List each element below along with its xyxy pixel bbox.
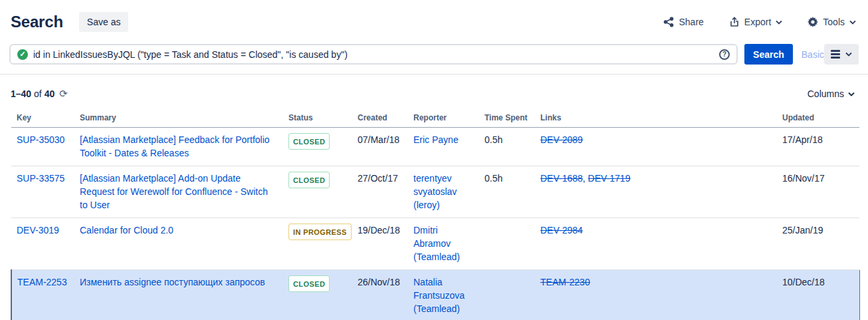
- time-spent-value: 0.5h: [485, 134, 502, 145]
- basic-mode-link[interactable]: Basic: [802, 49, 824, 60]
- linked-issue-link[interactable]: DEV-1688: [540, 173, 583, 184]
- summary-cell: Изменить assignee поступающих запросов: [74, 270, 283, 320]
- created-cell: 07/Mar/18: [352, 128, 408, 166]
- export-icon: [729, 17, 740, 27]
- linked-issue-link[interactable]: DEV-1719: [588, 173, 631, 184]
- gear-icon: [808, 17, 818, 27]
- reporter-link[interactable]: Eric Payne: [413, 134, 459, 145]
- linked-issue-link[interactable]: DEV-2984: [540, 225, 583, 236]
- issue-key-link[interactable]: DEV-3019: [17, 225, 59, 236]
- updated-cell: 17/Apr/18: [777, 128, 859, 166]
- status-badge: CLOSED: [288, 172, 330, 188]
- search-button[interactable]: Search: [744, 44, 793, 65]
- results-bar: 1–40 of 40 ⟳ Columns: [0, 75, 868, 109]
- created-date: 07/Mar/18: [358, 134, 399, 145]
- status-badge: CLOSED: [288, 275, 330, 292]
- status-cell: CLOSED: [283, 166, 352, 218]
- column-header-created[interactable]: Created: [352, 109, 408, 128]
- column-header-time-spent[interactable]: Time Spent: [479, 109, 535, 128]
- export-button[interactable]: Export: [729, 17, 782, 27]
- time-spent-cell: 0.5h: [479, 166, 535, 218]
- refresh-icon[interactable]: ⟳: [59, 88, 68, 100]
- reporter-cell: terentyev svyatoslav (leroy): [408, 166, 479, 218]
- reporter-cell: Dmitri Abramov (Teamlead): [408, 218, 479, 270]
- created-cell: 26/Nov/18: [352, 270, 408, 320]
- updated-date: 17/Apr/18: [782, 134, 823, 145]
- reporter-link[interactable]: Natalia Frantsuzova (Teamlead): [413, 277, 465, 314]
- summary-link[interactable]: Изменить assignee поступающих запросов: [80, 277, 265, 287]
- hamburger-icon: [831, 50, 840, 59]
- summary-link[interactable]: [Atlassian Marketplace] Feedback for Por…: [80, 134, 270, 158]
- results-of-label: of: [31, 88, 44, 99]
- created-cell: 19/Dec/18: [352, 218, 408, 270]
- summary-link[interactable]: Calendar for Cloud 2.0: [80, 225, 173, 236]
- status-cell: IN PROGRESS: [283, 218, 352, 270]
- table-row[interactable]: TEAM-2253Изменить assignee поступающих з…: [11, 270, 859, 320]
- tools-button[interactable]: Tools: [808, 17, 856, 27]
- issue-key-link[interactable]: TEAM-2253: [17, 277, 67, 287]
- created-cell: 27/Oct/17: [352, 166, 408, 218]
- column-header-updated[interactable]: Updated: [777, 109, 859, 128]
- links-cell: TEAM-2230: [535, 270, 777, 320]
- header-actions: Share Export Tools: [663, 17, 857, 27]
- links-cell: DEV-2984: [535, 218, 777, 270]
- linked-issue-link[interactable]: TEAM-2230: [540, 277, 590, 287]
- reporter-link[interactable]: Dmitri Abramov (Teamlead): [413, 225, 460, 262]
- created-date: 26/Nov/18: [358, 277, 400, 287]
- columns-label: Columns: [808, 88, 844, 99]
- updated-cell: 10/Dec/18: [777, 270, 859, 320]
- results-total: 40: [45, 88, 55, 99]
- question-circle-icon[interactable]: ?: [719, 49, 730, 60]
- updated-cell: 16/Nov/17: [777, 166, 859, 218]
- updated-date: 25/Jan/19: [782, 225, 823, 236]
- reporter-cell: Eric Payne: [408, 128, 479, 166]
- linked-issue-link[interactable]: DEV-2089: [540, 134, 583, 145]
- check-circle-icon: ✓: [17, 49, 28, 60]
- created-date: 27/Oct/17: [358, 173, 398, 184]
- column-header-key[interactable]: Key: [11, 109, 74, 128]
- jql-query-input[interactable]: [33, 49, 719, 60]
- jql-query-box[interactable]: ✓ ?: [9, 44, 738, 65]
- tools-label: Tools: [823, 17, 845, 27]
- share-button[interactable]: Share: [663, 17, 703, 27]
- status-cell: CLOSED: [283, 128, 352, 166]
- updated-date: 16/Nov/17: [782, 173, 825, 184]
- issue-key-link[interactable]: SUP-33575: [17, 173, 64, 184]
- issue-key-link[interactable]: SUP-35030: [17, 134, 64, 145]
- column-header-summary[interactable]: Summary: [74, 109, 283, 128]
- table-header-row: KeySummaryStatusCreatedReporterTime Spen…: [11, 109, 859, 128]
- links-cell: DEV-1688, DEV-1719: [535, 166, 777, 218]
- results-count: 1–40 of 40: [11, 88, 54, 99]
- links-cell: DEV-2089: [535, 128, 777, 166]
- chevron-down-icon: [845, 52, 852, 57]
- view-switcher-button[interactable]: [824, 44, 859, 65]
- column-header-status[interactable]: Status: [283, 109, 352, 128]
- updated-date: 10/Dec/18: [782, 277, 825, 287]
- search-toolbar: ✓ ? Search Basic: [0, 39, 868, 74]
- summary-link[interactable]: [Atlassian Marketplace] Add-on Update Re…: [80, 173, 268, 210]
- page-header: Search Save as Share Export Tools: [0, 0, 868, 39]
- time-spent-cell: 0.5h: [479, 128, 535, 166]
- status-badge: IN PROGRESS: [288, 224, 352, 240]
- chevron-down-icon: [849, 20, 856, 25]
- table-row[interactable]: SUP-35030[Atlassian Marketplace] Feedbac…: [11, 128, 859, 166]
- key-cell: SUP-33575: [11, 166, 74, 218]
- issue-table: KeySummaryStatusCreatedReporterTime Spen…: [11, 109, 860, 320]
- table-row[interactable]: SUP-33575[Atlassian Marketplace] Add-on …: [11, 166, 859, 218]
- chevron-down-icon: [848, 92, 855, 96]
- reporter-cell: Natalia Frantsuzova (Teamlead): [408, 270, 479, 320]
- table-row[interactable]: DEV-3019Calendar for Cloud 2.0IN PROGRES…: [11, 218, 859, 270]
- reporter-link[interactable]: terentyev svyatoslav (leroy): [413, 173, 457, 210]
- updated-cell: 25/Jan/19: [777, 218, 859, 270]
- save-as-button[interactable]: Save as: [79, 12, 129, 32]
- status-cell: CLOSED: [283, 270, 352, 320]
- column-header-reporter[interactable]: Reporter: [408, 109, 479, 128]
- key-cell: DEV-3019: [11, 218, 74, 270]
- table-body: SUP-35030[Atlassian Marketplace] Feedbac…: [11, 128, 859, 320]
- columns-dropdown[interactable]: Columns: [808, 88, 857, 99]
- column-header-links[interactable]: Links: [535, 109, 777, 128]
- time-spent-cell: [479, 270, 535, 320]
- created-date: 19/Dec/18: [358, 225, 400, 236]
- share-label: Share: [679, 17, 703, 27]
- chevron-down-icon: [776, 20, 782, 25]
